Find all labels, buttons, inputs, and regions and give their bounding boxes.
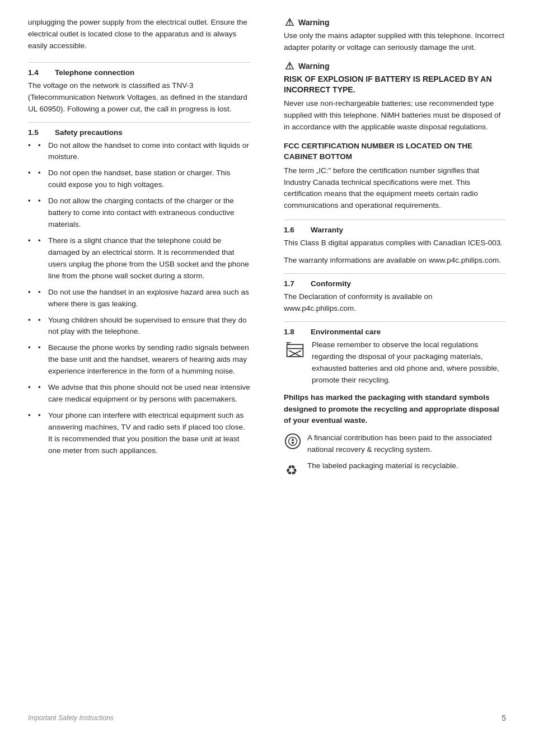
warranty-body-1: This Class B digital apparatus complies …: [284, 237, 506, 249]
bullet-item: •Do not use the handset in an explosive …: [28, 287, 250, 310]
section-safety-heading: 1.5 Safety precautions: [28, 128, 250, 137]
warning-block-1: ⚠ Warning Use only the mains adapter sup…: [284, 17, 506, 54]
recycle-circle-icon: [284, 432, 302, 450]
warning-title-2: ⚠ Warning: [284, 60, 506, 72]
bullet-item: •Because the phone works by sending radi…: [28, 342, 250, 377]
footer-page-number: 5: [502, 713, 506, 722]
packaging-disposal-icon: [285, 340, 305, 361]
warning-label-1: Warning: [298, 18, 329, 27]
section-num-1-5: 1.5: [28, 128, 45, 137]
section-env-heading: 1.8 Environmental care: [284, 328, 506, 336]
bullet-item: •There is a slight chance that the telep…: [28, 235, 250, 282]
warning-icon-1: ⚠: [284, 17, 295, 28]
section-warranty-heading: 1.6 Warranty: [284, 226, 506, 234]
recycling-item-text-1: The labeled packaging material is recycl…: [307, 460, 458, 472]
left-column: unplugging the power supply from the ele…: [28, 17, 256, 708]
recycling-item-text-0: A financial contribution has been paid t…: [307, 432, 506, 456]
recycling-item-0: A financial contribution has been paid t…: [284, 432, 506, 456]
section-title-1-4: Telephone connection: [55, 68, 134, 77]
divider-2: [28, 122, 250, 123]
section-conformity-heading: 1.7 Conformity: [284, 279, 506, 288]
section-body-1-4: The voltage on the network is classified…: [28, 80, 250, 115]
env-care-row: Please remember to observe the local reg…: [284, 339, 506, 386]
divider-5: [284, 321, 506, 322]
divider-4: [284, 273, 506, 274]
bullet-item: •We advise that this phone should not be…: [28, 382, 250, 405]
divider-3: [284, 220, 506, 220]
fcc-heading: FCC CERTIFICATION NUMBER IS LOCATED ON T…: [284, 141, 506, 162]
bullet-item: •Do not allow the charging contacts of t…: [28, 195, 250, 231]
bullet-item: •Do not allow the handset to come into c…: [28, 140, 250, 164]
section-title-1-7: Conformity: [311, 279, 351, 288]
recycling-item-1: ♻ The labeled packaging material is recy…: [284, 460, 506, 478]
section-num-1-4: 1.4: [28, 68, 45, 77]
page: unplugging the power supply from the ele…: [0, 0, 534, 756]
warning-icon-2: ⚠: [284, 60, 295, 72]
fcc-block: FCC CERTIFICATION NUMBER IS LOCATED ON T…: [284, 141, 506, 212]
svg-text:♻: ♻: [285, 463, 298, 478]
section-telephone-heading: 1.4 Telephone connection: [28, 68, 250, 77]
section-num-1-6: 1.6: [284, 226, 301, 234]
warning-block-2: ⚠ Warning RISK OF EXPLOSION IF BATTERY I…: [284, 60, 506, 133]
warning-allcaps: RISK OF EXPLOSION IF BATTERY IS REPLACED…: [284, 74, 506, 96]
env-body: Please remember to observe the local reg…: [312, 339, 506, 386]
right-column: ⚠ Warning Use only the mains adapter sup…: [278, 17, 506, 708]
intro-text: unplugging the power supply from the ele…: [28, 17, 250, 52]
divider-1: [28, 62, 250, 63]
svg-point-4: [285, 434, 300, 449]
section-title-1-8: Environmental care: [311, 328, 381, 336]
recycling-bold-text: Philips has marked the packaging with st…: [284, 392, 506, 427]
warning-body-1: Use only the mains adapter supplied with…: [284, 30, 506, 54]
env-icon-box: [284, 339, 306, 362]
warning-body-2: Never use non-rechargeable batteries; us…: [284, 98, 506, 133]
warning-label-2: Warning: [298, 62, 329, 71]
section-title-1-5: Safety precautions: [55, 128, 123, 137]
section-title-1-6: Warranty: [311, 226, 343, 234]
bullet-item: •Young children should be supervised to …: [28, 315, 250, 338]
recycle-symbol-icon: ♻: [284, 460, 302, 478]
fcc-body: The term „IC:" before the certification …: [284, 165, 506, 212]
page-footer: Important Safety Instructions 5: [28, 708, 506, 722]
warning-title-1: ⚠ Warning: [284, 17, 506, 28]
conformity-body: The Declaration of conformity is availab…: [284, 291, 506, 315]
section-num-1-7: 1.7: [284, 279, 301, 288]
bullet-item: •Your phone can interfere with electrica…: [28, 410, 250, 457]
recycling-items-container: A financial contribution has been paid t…: [284, 432, 506, 478]
recyclable-icon: ♻: [284, 461, 301, 478]
warranty-body-2: The warranty informations are available …: [284, 255, 506, 267]
safety-bullet-list: •Do not allow the handset to come into c…: [28, 140, 250, 457]
green-dot-icon: [284, 433, 301, 450]
section-num-1-8: 1.8: [284, 328, 301, 336]
bullet-item: •Do not open the handset, base station o…: [28, 167, 250, 191]
footer-left-text: Important Safety Instructions: [28, 714, 114, 722]
